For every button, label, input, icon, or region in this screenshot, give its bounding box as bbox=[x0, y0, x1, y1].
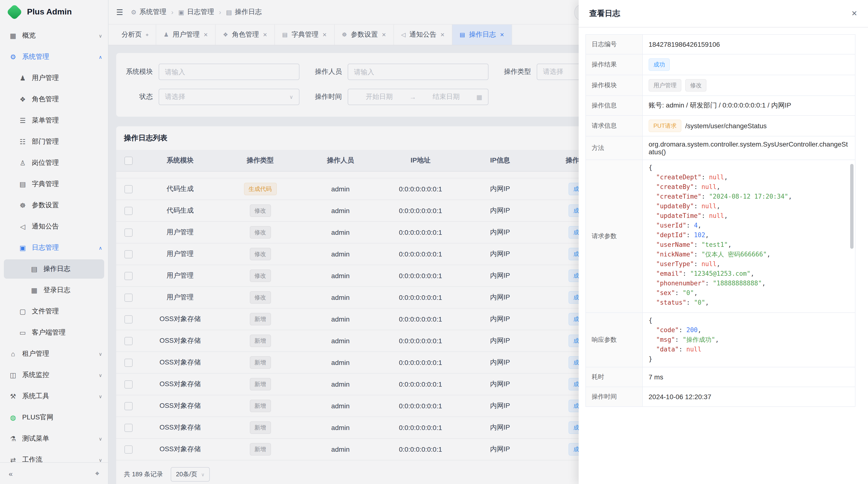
sidebar-item-log-management[interactable]: ▣日志管理∧ bbox=[0, 237, 108, 258]
sidebar-item-system-management[interactable]: ⚙系统管理∧ bbox=[0, 46, 108, 67]
json-token: , bbox=[717, 183, 720, 190]
code-line: "userName": "test1", bbox=[649, 240, 849, 250]
module-tag: 用户管理 bbox=[649, 79, 681, 92]
row-checkbox[interactable] bbox=[124, 423, 132, 432]
sidebar-item-client-management[interactable]: ▭客户端管理 bbox=[0, 322, 108, 343]
operator-input[interactable] bbox=[348, 64, 489, 80]
tab-role-management[interactable]: ❖角色管理✕ bbox=[216, 25, 275, 45]
cell-module: 用户管理 bbox=[140, 293, 220, 302]
sidebar-item-notice[interactable]: ◁通知公告 bbox=[0, 216, 108, 237]
row-checkbox[interactable] bbox=[124, 206, 132, 215]
cell-ip-info: 内网IP bbox=[461, 380, 539, 389]
code-line: "userId": 4, bbox=[649, 221, 849, 230]
close-icon[interactable]: ✕ bbox=[204, 32, 208, 38]
cell-ip: 0:0:0:0:0:0:0:1 bbox=[380, 272, 461, 280]
json-token bbox=[649, 251, 656, 258]
sidebar-item-user-management[interactable]: ♟用户管理 bbox=[0, 67, 108, 89]
sidebar-item-role-management[interactable]: ❖角色管理 bbox=[0, 89, 108, 110]
row-checkbox[interactable] bbox=[124, 380, 132, 388]
menu-toggle-icon[interactable]: ☰ bbox=[116, 7, 123, 17]
tab-operation-log[interactable]: ▤操作日志✕ bbox=[452, 25, 512, 45]
close-icon[interactable]: ✕ bbox=[851, 9, 858, 18]
row-checkbox[interactable] bbox=[124, 185, 132, 193]
sidebar-item-test-menu[interactable]: ⚗测试菜单∨ bbox=[0, 428, 108, 449]
detail-row-op-time: 操作时间 2024-10-06 12:20:37 bbox=[586, 387, 855, 407]
row-checkbox[interactable] bbox=[124, 228, 132, 236]
code-line: "sex": "0", bbox=[649, 288, 849, 298]
sidebar-item-tenant-management[interactable]: ⌂租户管理∨ bbox=[0, 343, 108, 364]
cell-op-type: 新增 bbox=[220, 378, 301, 390]
module-input[interactable] bbox=[159, 64, 300, 80]
json-token: : bbox=[679, 346, 686, 353]
request-params-code[interactable]: { "createDept": null, "createBy": null, … bbox=[643, 160, 855, 312]
close-icon[interactable]: ✕ bbox=[440, 32, 444, 38]
breadcrumb-item[interactable]: ▣日志管理 bbox=[178, 8, 214, 17]
row-checkbox[interactable] bbox=[124, 250, 132, 258]
sidebar-item-workflow[interactable]: ⇄工作流∨ bbox=[0, 449, 108, 462]
logo-icon bbox=[6, 4, 23, 20]
row-checkbox[interactable] bbox=[124, 315, 132, 323]
json-token: : bbox=[705, 280, 713, 287]
status-select[interactable]: 请选择 ∨ bbox=[159, 89, 300, 105]
select-all-checkbox[interactable] bbox=[124, 156, 132, 165]
sidebar-item-param-settings[interactable]: ☸参数设置 bbox=[0, 195, 108, 216]
json-token bbox=[649, 289, 656, 296]
json-token: , bbox=[751, 270, 754, 277]
sidebar-item-dict-management[interactable]: ▤字典管理 bbox=[0, 173, 108, 195]
operation-log-icon: ▤ bbox=[226, 8, 232, 16]
breadcrumb-item[interactable]: ⚙系统管理 bbox=[131, 8, 166, 17]
collapse-sidebar-icon[interactable]: « bbox=[9, 469, 13, 478]
row-select-cell bbox=[116, 337, 140, 345]
login-log-icon: ▦ bbox=[30, 286, 38, 294]
row-checkbox[interactable] bbox=[124, 337, 132, 345]
json-token: : bbox=[694, 251, 702, 258]
close-icon[interactable]: ✕ bbox=[382, 32, 386, 38]
scrollbar-thumb[interactable] bbox=[850, 164, 854, 249]
sidebar-item-system-monitor[interactable]: ◫系统监控∨ bbox=[0, 364, 108, 386]
tenant-management-icon: ⌂ bbox=[9, 350, 18, 358]
pin-icon[interactable]: ⌖ bbox=[95, 469, 99, 478]
tab-analysis[interactable]: 分析页⌖ bbox=[114, 25, 156, 45]
param-settings-icon: ☸ bbox=[18, 201, 27, 209]
close-icon[interactable]: ✕ bbox=[263, 32, 267, 38]
sidebar-item-system-tools[interactable]: ⚒系统工具∨ bbox=[0, 386, 108, 407]
json-token: { bbox=[649, 317, 652, 324]
close-icon[interactable]: ✕ bbox=[322, 32, 327, 38]
row-checkbox[interactable] bbox=[124, 358, 132, 366]
app-logo[interactable]: Plus Admin bbox=[0, 0, 108, 24]
row-checkbox[interactable] bbox=[124, 293, 132, 301]
row-checkbox[interactable] bbox=[124, 272, 132, 280]
page-size-select[interactable]: 20条/页 ∨ bbox=[171, 467, 210, 482]
tab-param-settings[interactable]: ☸参数设置✕ bbox=[334, 25, 394, 45]
row-checkbox[interactable] bbox=[124, 445, 132, 453]
sidebar-item-operation-log[interactable]: ▤操作日志 bbox=[4, 259, 104, 279]
detail-label: 响应参数 bbox=[586, 313, 643, 367]
sidebar-item-label: 系统管理 bbox=[22, 53, 96, 61]
json-token: "操作成功" bbox=[683, 336, 715, 343]
cell-module: OSS对象存储 bbox=[140, 336, 220, 345]
row-checkbox[interactable] bbox=[124, 402, 132, 410]
sidebar-item-overview[interactable]: ▦概览∨ bbox=[0, 25, 108, 46]
breadcrumb-item[interactable]: ▤操作日志 bbox=[226, 8, 262, 17]
time-range-picker[interactable]: 开始日期 → 结束日期 ▦ bbox=[348, 89, 489, 105]
filter-time: 操作时间 开始日期 → 结束日期 ▦ bbox=[313, 89, 489, 105]
tab-dict-management[interactable]: ▤字典管理✕ bbox=[275, 25, 334, 45]
tab-notice[interactable]: ◁通知公告✕ bbox=[394, 25, 452, 45]
code-line: "data": null bbox=[649, 345, 849, 354]
close-icon[interactable]: ✕ bbox=[500, 32, 504, 38]
sidebar-item-file-management[interactable]: ▢文件管理 bbox=[0, 301, 108, 322]
json-token: : bbox=[679, 326, 686, 333]
log-management-icon: ▣ bbox=[18, 244, 27, 252]
sidebar-item-menu-management[interactable]: ☰菜单管理 bbox=[0, 110, 108, 131]
sidebar-item-dept-management[interactable]: ☷部门管理 bbox=[0, 131, 108, 152]
op-type-tag: 新增 bbox=[250, 378, 271, 390]
module-value: 用户管理 修改 bbox=[643, 75, 855, 95]
sidebar-item-plus-website[interactable]: ◍PLUS官网 bbox=[0, 407, 108, 428]
pin-icon[interactable]: ⌖ bbox=[146, 32, 149, 38]
json-token bbox=[649, 260, 656, 267]
cell-ip: 0:0:0:0:0:0:0:1 bbox=[380, 228, 461, 236]
tab-user-management[interactable]: ♟用户管理✕ bbox=[156, 25, 216, 45]
sidebar-item-login-log[interactable]: ▦登录日志 bbox=[0, 280, 108, 301]
cell-ip-info: 内网IP bbox=[461, 315, 539, 323]
sidebar-item-post-management[interactable]: ♙岗位管理 bbox=[0, 152, 108, 173]
